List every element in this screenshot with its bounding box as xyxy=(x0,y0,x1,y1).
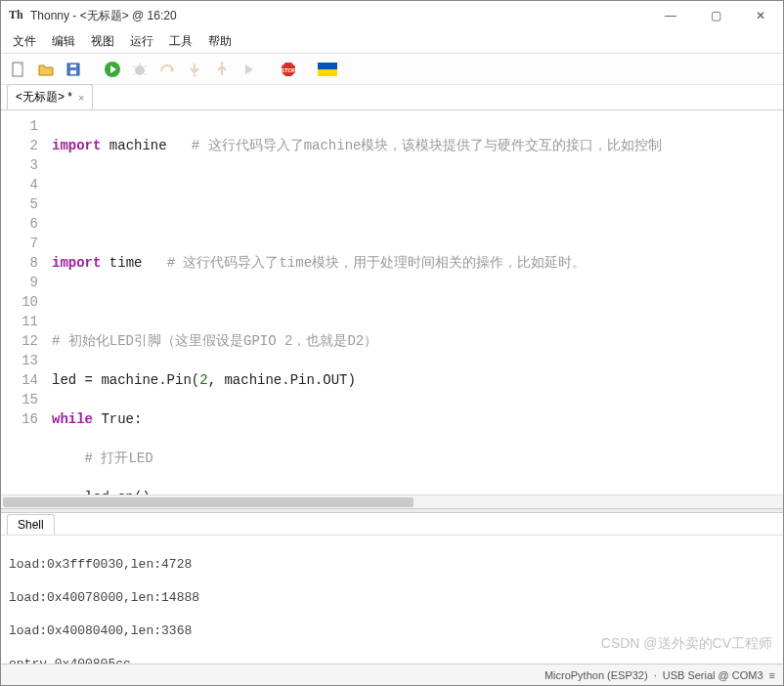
status-interpreter[interactable]: MicroPython (ESP32) xyxy=(544,669,648,681)
maximize-button[interactable]: ▢ xyxy=(693,1,738,30)
menu-run[interactable]: 运行 xyxy=(122,31,161,52)
run-icon[interactable] xyxy=(101,58,124,81)
svg-text:STOP: STOP xyxy=(281,67,296,73)
svg-point-7 xyxy=(221,62,224,64)
window-title: Thonny - <无标题> @ 16:20 xyxy=(30,8,648,24)
editor-tab-bar: <无标题> * × xyxy=(1,85,783,110)
horizontal-scrollbar[interactable] xyxy=(1,494,783,508)
step-over-icon[interactable] xyxy=(155,58,179,81)
tab-close-icon[interactable]: × xyxy=(78,92,84,104)
menu-tools[interactable]: 工具 xyxy=(161,31,200,52)
status-bar: MicroPython (ESP32) · USB Serial @ COM3 … xyxy=(1,664,783,685)
shell-line: load:0x3fff0030,len:4728 xyxy=(9,556,775,573)
app-logo-icon: Th xyxy=(9,8,24,23)
editor-tab-label: <无标题> * xyxy=(16,89,72,106)
resume-icon[interactable] xyxy=(238,58,261,81)
toolbar: STOP xyxy=(1,54,783,85)
title-bar: Th Thonny - <无标题> @ 16:20 — ▢ ✕ xyxy=(1,1,783,30)
menu-file[interactable]: 文件 xyxy=(5,31,44,52)
stop-icon[interactable]: STOP xyxy=(277,58,300,81)
status-sep: · xyxy=(654,669,657,681)
debug-icon[interactable] xyxy=(128,58,152,81)
menu-bar: 文件 编辑 视图 运行 工具 帮助 xyxy=(1,30,783,54)
shell-panel[interactable]: load:0x3fff0030,len:4728 load:0x40078000… xyxy=(1,535,783,664)
new-file-icon[interactable] xyxy=(7,58,30,81)
svg-rect-3 xyxy=(70,64,76,67)
svg-rect-2 xyxy=(70,70,76,74)
shell-tab-bar: Shell xyxy=(1,513,783,535)
menu-help[interactable]: 帮助 xyxy=(200,31,240,52)
shell-line: load:0x40078000,len:14888 xyxy=(9,589,775,606)
shell-line: entry 0x400805cc xyxy=(9,656,775,664)
ukraine-flag-icon[interactable] xyxy=(316,58,339,81)
save-icon[interactable] xyxy=(62,58,85,81)
svg-point-6 xyxy=(194,73,196,76)
shell-line: load:0x40080400,len:3368 xyxy=(9,622,775,639)
code-editor[interactable]: 12345678910111213141516 import machine #… xyxy=(1,110,783,494)
step-out-icon[interactable] xyxy=(210,58,234,81)
menu-view[interactable]: 视图 xyxy=(83,31,122,52)
code-area[interactable]: import machine # 这行代码导入了machine模块，该模块提供了… xyxy=(46,110,783,494)
step-into-icon[interactable] xyxy=(183,58,206,81)
minimize-button[interactable]: — xyxy=(648,1,693,30)
close-button[interactable]: ✕ xyxy=(738,1,783,30)
open-file-icon[interactable] xyxy=(34,58,58,81)
menu-edit[interactable]: 编辑 xyxy=(44,31,83,52)
editor-tab[interactable]: <无标题> * × xyxy=(7,84,93,109)
line-gutter: 12345678910111213141516 xyxy=(1,110,46,494)
svg-point-5 xyxy=(135,65,145,75)
status-port[interactable]: USB Serial @ COM3 xyxy=(663,669,763,681)
status-menu-icon[interactable]: ≡ xyxy=(769,669,775,681)
shell-tab[interactable]: Shell xyxy=(7,514,55,535)
scrollbar-thumb[interactable] xyxy=(3,497,414,507)
